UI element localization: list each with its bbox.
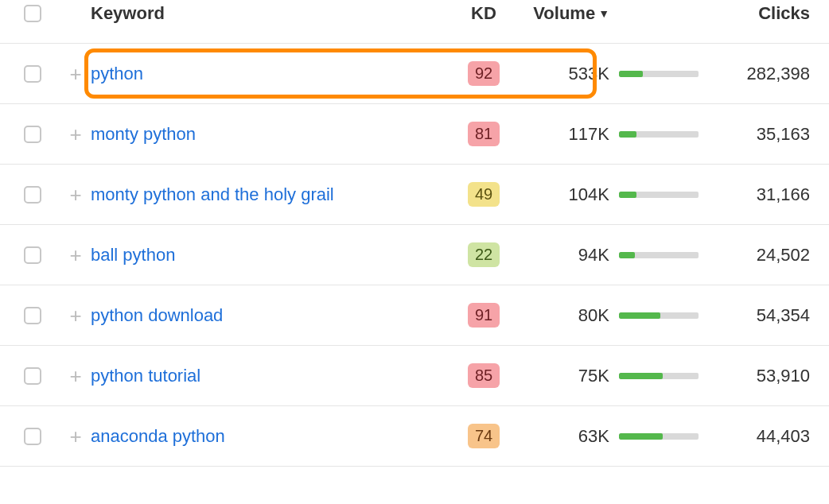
table-row: + anaconda python 74 63K 44,403 (0, 406, 829, 467)
clicks-bar (619, 433, 699, 440)
clicks-bar-fill (619, 71, 643, 77)
volume-value: 75K (578, 366, 609, 386)
keyword-link[interactable]: anaconda python (91, 426, 225, 446)
keyword-link[interactable]: ball python (91, 245, 175, 265)
clicks-value: 54,354 (757, 305, 810, 325)
select-all-checkbox[interactable] (24, 5, 41, 22)
clicks-bar-fill (619, 373, 663, 379)
clicks-value: 24,502 (757, 245, 810, 265)
clicks-bar (619, 131, 699, 138)
table-row: + ball python 22 94K 24,502 (0, 225, 829, 285)
table-row: + monty python 81 117K 35,163 (0, 104, 829, 165)
sort-desc-icon: ▼ (598, 7, 609, 20)
clicks-bar (619, 71, 699, 77)
header-volume-label: Volume (533, 3, 595, 23)
table-row: + python download 91 80K 54,354 (0, 285, 829, 346)
keyword-link[interactable]: monty python and the holy grail (91, 184, 334, 204)
expand-icon[interactable]: + (69, 184, 81, 205)
clicks-bar (619, 192, 699, 198)
expand-icon[interactable]: + (69, 366, 81, 386)
keyword-link[interactable]: python tutorial (91, 366, 200, 386)
kd-badge: 74 (468, 424, 500, 448)
volume-value: 94K (578, 245, 609, 265)
clicks-value: 282,398 (746, 64, 810, 83)
clicks-bar-fill (619, 312, 660, 319)
table-header-row: Keyword KD Volume▼ Clicks (0, 0, 829, 44)
expand-icon[interactable]: + (69, 305, 81, 326)
volume-value: 80K (578, 305, 609, 325)
row-checkbox[interactable] (24, 246, 41, 264)
keyword-link[interactable]: python (91, 64, 143, 83)
expand-icon[interactable]: + (69, 426, 81, 447)
expand-icon[interactable]: + (69, 64, 81, 84)
volume-value: 533K (569, 64, 609, 83)
clicks-bar (619, 252, 699, 258)
kd-badge: 81 (468, 122, 500, 146)
clicks-bar-fill (619, 433, 663, 440)
kd-badge: 85 (468, 363, 500, 388)
clicks-value: 35,163 (757, 124, 810, 144)
row-checkbox[interactable] (24, 186, 41, 204)
kd-badge: 49 (468, 182, 500, 207)
table-row: + python tutorial 85 75K 53,910 (0, 346, 829, 406)
clicks-bar (619, 373, 699, 379)
expand-icon[interactable]: + (69, 124, 81, 145)
clicks-value: 53,910 (757, 366, 810, 386)
volume-value: 117K (569, 124, 609, 144)
keyword-link[interactable]: python download (91, 305, 223, 325)
expand-icon[interactable]: + (69, 245, 81, 266)
clicks-value: 31,166 (757, 184, 810, 204)
row-checkbox[interactable] (24, 307, 41, 324)
keyword-table: Keyword KD Volume▼ Clicks + python 92 53… (0, 0, 829, 467)
table-row: + monty python and the holy grail 49 104… (0, 165, 829, 225)
row-checkbox[interactable] (24, 428, 41, 445)
table-row: + python 92 533K 282,398 (0, 44, 829, 104)
clicks-bar-fill (619, 131, 636, 138)
volume-value: 63K (578, 426, 609, 446)
header-volume[interactable]: Volume▼ (516, 3, 619, 24)
kd-badge: 91 (468, 303, 500, 328)
volume-value: 104K (569, 184, 609, 204)
clicks-bar-fill (619, 252, 635, 258)
kd-badge: 92 (468, 61, 500, 86)
clicks-value: 44,403 (757, 426, 810, 446)
clicks-bar-fill (619, 192, 636, 198)
row-checkbox[interactable] (24, 65, 41, 83)
header-keyword[interactable]: Keyword (91, 3, 452, 24)
header-kd[interactable]: KD (452, 3, 516, 24)
kd-badge: 22 (468, 242, 500, 267)
keyword-link[interactable]: monty python (91, 124, 196, 144)
row-checkbox[interactable] (24, 126, 41, 143)
header-clicks[interactable]: Clicks (714, 3, 810, 24)
clicks-bar (619, 312, 699, 319)
row-checkbox[interactable] (24, 367, 41, 385)
